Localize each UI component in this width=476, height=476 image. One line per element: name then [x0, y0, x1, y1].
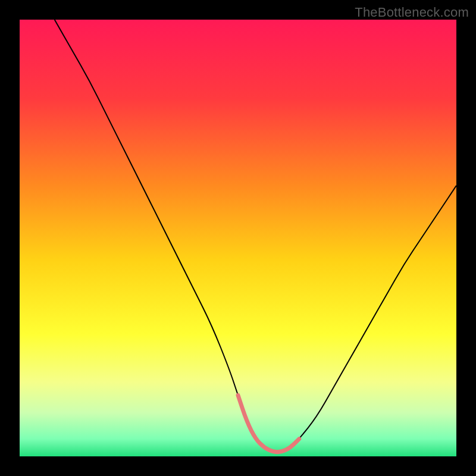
chart-background	[20, 20, 456, 456]
plot-area	[20, 20, 456, 456]
chart-svg	[20, 20, 456, 456]
watermark-text: TheBottleneck.com	[355, 5, 469, 20]
